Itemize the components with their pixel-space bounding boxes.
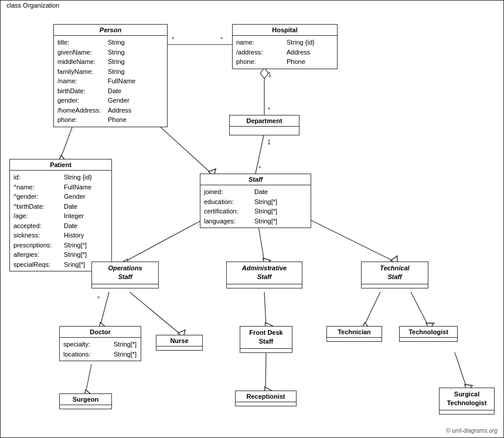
surgical-technologist-body bbox=[440, 410, 494, 414]
uml-diagram: class Organization * * bbox=[0, 0, 504, 438]
svg-line-24 bbox=[411, 292, 428, 326]
front-desk-class: Front DeskStaff bbox=[240, 326, 292, 353]
patient-body: id:String {id} ^name:FullName ^gender:Ge… bbox=[10, 171, 111, 271]
patient-class: Patient id:String {id} ^name:FullName ^g… bbox=[9, 159, 112, 271]
svg-text:1: 1 bbox=[267, 138, 271, 145]
receptionist-body bbox=[236, 402, 296, 406]
department-body bbox=[230, 127, 299, 135]
admin-staff-title: AdministrativeStaff bbox=[227, 262, 302, 284]
surgical-technologist-title: SurgicalTechnologist bbox=[440, 388, 494, 410]
svg-text:*: * bbox=[172, 36, 175, 43]
person-body: title:String givenName:String middleName… bbox=[54, 36, 167, 127]
hospital-body: name:String {id} /address:Address phone:… bbox=[233, 36, 337, 69]
front-desk-title: Front DeskStaff bbox=[240, 327, 292, 349]
technical-staff-class: TechnicalStaff bbox=[361, 262, 428, 288]
person-title: Person bbox=[54, 25, 167, 36]
doctor-title: Doctor bbox=[60, 327, 141, 338]
surgical-technologist-class: SurgicalTechnologist bbox=[439, 388, 495, 415]
svg-text:*: * bbox=[97, 295, 100, 302]
technician-class: Technician bbox=[326, 326, 382, 342]
technician-body bbox=[327, 338, 382, 341]
person-class: Person title:String givenName:String mid… bbox=[53, 24, 168, 127]
svg-text:*: * bbox=[268, 106, 271, 113]
technologist-title: Technologist bbox=[400, 327, 457, 338]
admin-staff-body bbox=[227, 284, 302, 288]
operations-staff-title: OperationsStaff bbox=[92, 262, 158, 284]
nurse-title: Nurse bbox=[156, 335, 202, 347]
svg-line-22 bbox=[264, 292, 266, 326]
staff-title: Staff bbox=[200, 174, 311, 185]
department-class: Department bbox=[229, 115, 299, 135]
technologist-class: Technologist bbox=[399, 326, 458, 342]
svg-line-26 bbox=[265, 352, 266, 391]
receptionist-class: Receptionist bbox=[235, 391, 297, 406]
svg-line-23 bbox=[364, 292, 380, 326]
operations-staff-body bbox=[92, 284, 158, 288]
svg-line-27 bbox=[455, 352, 466, 388]
svg-text:1: 1 bbox=[268, 71, 271, 78]
svg-line-10 bbox=[256, 133, 264, 174]
staff-body: joined:Date education:String[*] certific… bbox=[200, 185, 311, 228]
svg-marker-7 bbox=[260, 68, 268, 79]
staff-class: Staff joined:Date education:String[*] ce… bbox=[200, 174, 311, 228]
svg-text:*: * bbox=[220, 36, 223, 43]
receptionist-title: Receptionist bbox=[236, 391, 296, 402]
department-title: Department bbox=[230, 116, 299, 127]
surgeon-body bbox=[60, 405, 111, 409]
operations-staff-class: OperationsStaff bbox=[91, 262, 159, 288]
technician-title: Technician bbox=[327, 327, 382, 338]
svg-line-25 bbox=[86, 364, 91, 393]
svg-text:*: * bbox=[258, 165, 261, 172]
admin-staff-class: AdministrativeStaff bbox=[226, 262, 302, 288]
doctor-body: specialty:String[*] locations:String[*] bbox=[60, 338, 141, 361]
surgeon-class: Surgeon bbox=[59, 393, 112, 409]
diagram-title: class Organization bbox=[4, 2, 62, 9]
technical-staff-body bbox=[362, 284, 428, 288]
hospital-title: Hospital bbox=[233, 25, 337, 36]
doctor-class: Doctor specialty:String[*] locations:Str… bbox=[59, 326, 141, 361]
technical-staff-title: TechnicalStaff bbox=[362, 262, 428, 284]
nurse-body bbox=[156, 347, 202, 350]
copyright: © uml-diagrams.org bbox=[446, 427, 498, 434]
svg-line-20 bbox=[100, 292, 109, 326]
technologist-body bbox=[400, 338, 457, 341]
nurse-class: Nurse bbox=[156, 335, 203, 351]
surgeon-title: Surgeon bbox=[60, 394, 111, 405]
front-desk-body bbox=[240, 349, 292, 352]
hospital-class: Hospital name:String {id} /address:Addre… bbox=[232, 24, 338, 69]
patient-title: Patient bbox=[10, 159, 111, 171]
